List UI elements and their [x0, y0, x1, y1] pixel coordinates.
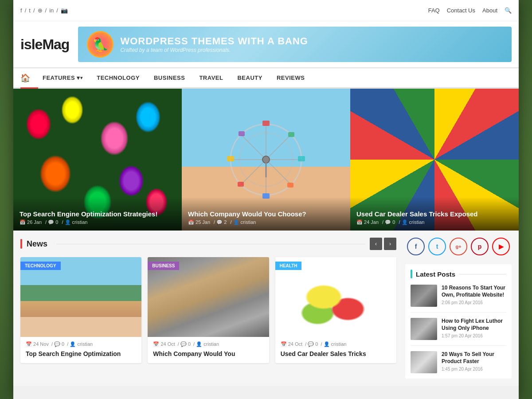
logo-main: isle — [20, 36, 42, 52]
latest-post-time-1: 1:57 pm 20 Apr 2016 — [442, 333, 506, 338]
section-title: News — [27, 239, 47, 249]
search-icon-top[interactable]: 🔍 — [505, 7, 512, 14]
faq-link[interactable]: FAQ — [428, 7, 440, 14]
latest-post-title-1: How to Fight Lex Luthor Using Only iPhon… — [442, 318, 506, 332]
logo[interactable]: isleMag — [20, 36, 69, 53]
featured-grid: Top Search Engine Optimization Strategie… — [13, 89, 519, 231]
facebook-social-btn[interactable]: f — [407, 238, 425, 255]
latest-post-2[interactable]: 20 Ways To Sell Your Product Faster 1:45… — [411, 351, 506, 373]
latest-post-img-0 — [411, 285, 437, 307]
featured-item-2[interactable]: Used Car Dealer Sales Tricks Exposed 📅 2… — [350, 89, 519, 231]
featured-meta-0: 📅 26 Jan / 💬 0 / 👤 cristian — [20, 219, 176, 225]
linkedin-icon[interactable]: in — [49, 7, 54, 14]
top-nav: FAQ Contact Us About 🔍 — [428, 7, 512, 14]
latest-line — [459, 274, 506, 274]
news-card-body-2: 📅 24 Oct / 💬 0 / 👤 cristian Used Car Dea… — [275, 337, 396, 363]
wordpress-icon[interactable]: ⊕ — [38, 7, 43, 14]
news-card-meta-0: 📅 24 Nov / 💬 0 / 👤 cristian — [26, 341, 136, 347]
featured-title-2: Used Car Dealer Sales Tricks Exposed — [356, 210, 512, 218]
twitter-social-btn[interactable]: t — [428, 238, 446, 255]
nav-item-business[interactable]: BUSINESS — [147, 68, 192, 88]
instagram-icon[interactable]: 📷 — [61, 7, 68, 14]
nav-home-icon[interactable]: 🏠 — [20, 73, 35, 83]
content-area: News ‹ › TECHNOLOGY — [13, 231, 519, 386]
nav-bar: 🏠 FEATURES ▾ TECHNOLOGY BUSINESS TRAVEL … — [13, 68, 519, 89]
youtube-social-btn[interactable]: ▶ — [492, 238, 510, 255]
featured-title-0: Top Search Engine Optimization Strategie… — [20, 210, 176, 218]
section-accent — [20, 239, 22, 249]
banner-bird: 🦜 — [87, 31, 113, 58]
nav-item-travel[interactable]: TRAVEL — [192, 68, 230, 88]
logo-bold: Mag — [42, 36, 69, 52]
nav-item-beauty[interactable]: BEAUTY — [230, 68, 269, 88]
next-arrow[interactable]: › — [384, 238, 396, 250]
news-card-meta-2: 📅 24 Oct / 💬 0 / 👤 cristian — [281, 341, 391, 347]
news-card-title-1: Which Company Would You — [153, 350, 263, 359]
featured-title-1: Which Company Would You Choose? — [188, 210, 344, 218]
prev-arrow[interactable]: ‹ — [370, 238, 382, 250]
twitter-icon[interactable]: t — [29, 7, 31, 14]
category-badge-2: HEALTH — [275, 262, 302, 270]
featured-meta-2: 📅 24 Jan / 💬 0 / 👤 cristian — [356, 219, 512, 225]
ferris-wheel-svg — [222, 115, 310, 204]
social-icons: f / t / ⊕ / in / 📷 — [20, 7, 68, 14]
featured-item-1[interactable]: Which Company Would You Choose? 📅 25 Jan… — [182, 89, 350, 231]
latest-post-time-2: 1:45 pm 20 Apr 2016 — [442, 367, 506, 372]
latest-accent — [411, 270, 412, 278]
nav-item-technology[interactable]: TECHNOLOGY — [90, 68, 147, 88]
svg-rect-8 — [227, 156, 234, 161]
news-card-body-1: 📅 24 Oct / 💬 0 / 👤 cristian Which Compan… — [148, 337, 269, 363]
nav-item-reviews[interactable]: REVIEWS — [270, 68, 312, 88]
latest-post-info-1: How to Fight Lex Luthor Using Only iPhon… — [442, 318, 506, 340]
svg-rect-6 — [262, 121, 270, 126]
separator: / — [33, 7, 35, 14]
facebook-icon[interactable]: f — [20, 7, 22, 14]
news-card-title-2: Used Car Dealer Sales Tricks — [281, 350, 391, 359]
featured-overlay-2: Used Car Dealer Sales Tricks Exposed 📅 2… — [350, 197, 519, 231]
sidebar: f t g+ p ▶ Latest Posts 10 Reasons To St… — [405, 238, 512, 379]
contact-link[interactable]: Contact Us — [447, 7, 475, 14]
news-card-img-0: TECHNOLOGY — [20, 257, 141, 337]
news-card-img-2: HEALTH — [275, 257, 396, 337]
svg-rect-13 — [238, 182, 244, 187]
featured-overlay-0: Top Search Engine Optimization Strategie… — [13, 197, 182, 231]
latest-title: Latest Posts — [416, 270, 455, 278]
news-card-title-0: Top Search Engine Optimization — [26, 350, 136, 359]
latest-post-title-2: 20 Ways To Sell Your Product Faster — [442, 351, 506, 365]
nav-item-features[interactable]: FEATURES ▾ — [35, 68, 90, 88]
latest-posts-section: Latest Posts 10 Reasons To Start Your Ow… — [405, 264, 512, 379]
header: isleMag 🦜 WORDPRESS THEMES WITH A BANG C… — [13, 21, 519, 68]
news-card-1[interactable]: BUSINESS 📅 24 Oct / 💬 0 / 👤 cristian Whi… — [148, 257, 269, 363]
featured-meta-1: 📅 25 Jan / 💬 2 / 👤 cristian — [188, 219, 344, 225]
news-card-img-1: BUSINESS — [148, 257, 269, 337]
svg-rect-9 — [298, 156, 305, 161]
latest-post-info-2: 20 Ways To Sell Your Product Faster 1:45… — [442, 351, 506, 373]
main-content: News ‹ › TECHNOLOGY — [20, 238, 396, 379]
news-grid: TECHNOLOGY 📅 24 Nov / 💬 0 / 👤 cristian T… — [20, 257, 396, 363]
top-bar: f / t / ⊕ / in / 📷 FAQ Contact Us About … — [13, 0, 519, 21]
section-line — [56, 244, 365, 244]
news-card-meta-1: 📅 24 Oct / 💬 0 / 👤 cristian — [153, 341, 263, 347]
featured-overlay-1: Which Company Would You Choose? 📅 25 Jan… — [182, 197, 350, 231]
separator: / — [56, 7, 58, 14]
banner-text: WORDPRESS THEMES WITH A BANG Crafted by … — [120, 35, 308, 53]
about-link[interactable]: About — [482, 7, 497, 14]
googleplus-social-btn[interactable]: g+ — [450, 238, 467, 255]
news-card-0[interactable]: TECHNOLOGY 📅 24 Nov / 💬 0 / 👤 cristian T… — [20, 257, 141, 363]
nav-arrows: ‹ › — [370, 238, 396, 250]
news-card-body-0: 📅 24 Nov / 💬 0 / 👤 cristian Top Search E… — [20, 337, 141, 363]
latest-post-1[interactable]: How to Fight Lex Luthor Using Only iPhon… — [411, 318, 506, 346]
latest-post-0[interactable]: 10 Reasons To Start Your Own, Profitable… — [411, 285, 506, 313]
svg-rect-10 — [239, 131, 245, 136]
pinterest-social-btn[interactable]: p — [471, 238, 489, 255]
banner[interactable]: 🦜 WORDPRESS THEMES WITH A BANG Crafted b… — [78, 27, 512, 62]
latest-header: Latest Posts — [411, 270, 506, 278]
latest-post-info-0: 10 Reasons To Start Your Own, Profitable… — [442, 285, 506, 307]
social-buttons: f t g+ p ▶ — [405, 238, 512, 255]
separator: / — [45, 7, 47, 14]
featured-item-0[interactable]: Top Search Engine Optimization Strategie… — [13, 89, 182, 231]
banner-title: WORDPRESS THEMES WITH A BANG — [120, 35, 308, 47]
latest-post-title-0: 10 Reasons To Start Your Own, Profitable… — [442, 285, 506, 298]
nav-items: FEATURES ▾ TECHNOLOGY BUSINESS TRAVEL BE… — [35, 68, 312, 88]
news-card-2[interactable]: HEALTH 📅 24 Oct / 💬 0 / 👤 cristian Used … — [275, 257, 396, 363]
